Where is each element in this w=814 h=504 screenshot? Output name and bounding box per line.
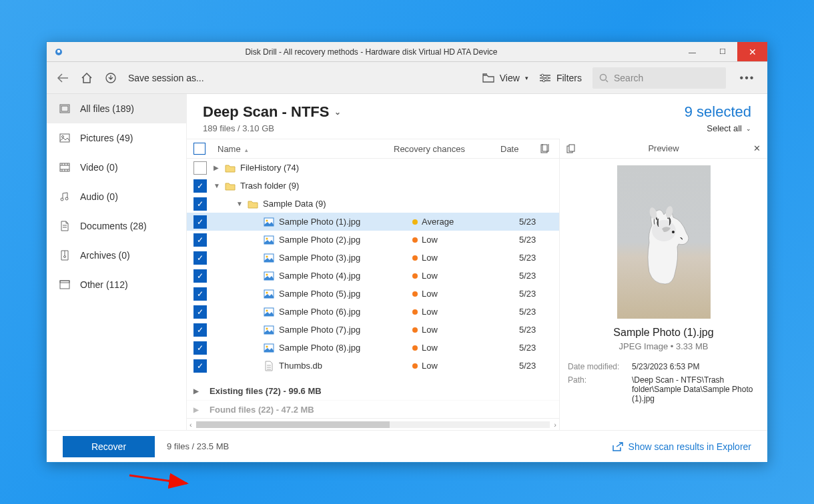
save-icon[interactable] [104,71,117,85]
expand-arrow-icon[interactable]: ▶ [193,406,204,413]
row-name: Trash folder (9) [240,181,412,191]
row-checkbox[interactable]: ✓ [193,233,207,247]
row-checkbox[interactable]: ✓ [193,179,207,193]
select-all-checkbox[interactable] [193,143,206,155]
recovery-chance: Low [412,361,519,371]
column-date[interactable]: Date [500,144,540,154]
folder-icon [224,163,236,173]
expand-arrow-icon[interactable]: ▶ [193,387,204,395]
preview-image [617,165,711,319]
select-all-button[interactable]: Select all ⌄ [685,123,751,133]
video-icon [59,161,71,173]
group-existing-files[interactable]: ▶ Existing files (72) - 99.6 MB [187,382,559,400]
sidebar-item-label: Audio (0) [80,191,118,202]
home-icon[interactable] [80,71,93,85]
svg-point-13 [65,197,68,200]
row-date: 5/23 [519,271,559,281]
sidebar: All files (189) Pictures (49) Video (0) … [47,94,187,430]
row-checkbox[interactable]: ✓ [193,341,207,355]
row-checkbox[interactable] [193,161,207,175]
svg-point-38 [672,231,675,233]
row-checkbox[interactable]: ✓ [193,251,207,265]
image-file-icon [263,289,275,299]
sidebar-item-archives[interactable]: Archives (0) [47,241,186,270]
svg-point-14 [64,256,66,258]
row-checkbox[interactable]: ✓ [193,269,207,283]
scan-title-dropdown[interactable]: Deep Scan - NTFS ⌄ [203,103,341,121]
image-file-icon [263,325,275,335]
column-name[interactable]: Name▴ [215,144,394,154]
image-file-icon [263,217,275,227]
close-button[interactable]: ✕ [737,42,767,61]
svg-point-10 [62,136,64,138]
row-checkbox[interactable]: ✓ [193,287,207,301]
view-dropdown[interactable]: View ▾ [482,73,528,83]
chevron-down-icon: ⌄ [746,125,751,132]
preview-filetype: JPEG Image • 3.33 MB [568,341,759,351]
file-row[interactable]: ✓Thumbs.dbLow5/23 [187,357,559,375]
file-row[interactable]: ✓Sample Photo (2).jpgLow5/23 [187,231,559,249]
file-row[interactable]: ✓Sample Photo (1).jpgAverage5/23 [187,213,559,231]
svg-rect-15 [60,281,69,289]
sidebar-item-video[interactable]: Video (0) [47,153,186,182]
svg-point-32 [266,327,268,329]
filters-button[interactable]: Filters [539,73,582,83]
sidebar-item-audio[interactable]: Audio (0) [47,182,186,211]
row-name: Sample Photo (4).jpg [279,271,412,281]
external-link-icon [613,442,623,451]
save-session-button[interactable]: Save session as... [128,73,204,83]
svg-point-28 [266,291,268,293]
svg-point-12 [61,198,63,201]
row-checkbox[interactable]: ✓ [193,359,207,373]
horizontal-scrollbar[interactable]: ‹› [187,418,559,430]
file-row[interactable]: ✓Sample Photo (8).jpgLow5/23 [187,339,559,357]
expand-arrow-icon[interactable]: ▼ [236,200,247,207]
row-name: Sample Photo (3).jpg [279,253,412,263]
row-date: 5/23 [519,343,559,353]
file-row[interactable]: ✓Sample Photo (5).jpgLow5/23 [187,285,559,303]
column-recovery[interactable]: Recovery chances [394,144,500,154]
folder-row[interactable]: ✓▼Trash folder (9) [187,177,559,195]
recover-button[interactable]: Recover [63,436,155,457]
group-found-files[interactable]: ▶ Found files (22) - 47.2 MB [187,400,559,418]
row-checkbox[interactable]: ✓ [193,305,207,319]
sidebar-item-all-files[interactable]: All files (189) [47,94,186,123]
minimize-button[interactable]: — [677,42,707,61]
folder-row[interactable]: ✓▼Sample Data (9) [187,195,559,213]
row-checkbox[interactable]: ✓ [193,197,207,211]
expand-arrow-icon[interactable]: ▼ [214,182,224,189]
sidebar-item-pictures[interactable]: Pictures (49) [47,123,186,153]
more-button[interactable]: ••• [737,72,758,84]
recovery-chance: Low [412,289,519,299]
scan-subtitle: 189 files / 3.10 GB [203,123,341,133]
search-input[interactable]: Search [592,67,726,89]
row-checkbox[interactable]: ✓ [193,215,207,229]
image-file-icon [263,271,275,281]
archive-icon [59,249,71,261]
folder-row[interactable]: ▶FileHistory (74) [187,159,559,177]
app-window: Disk Drill - All recovery methods - Hard… [46,41,768,463]
file-row[interactable]: ✓Sample Photo (3).jpgLow5/23 [187,249,559,267]
svg-point-3 [541,74,544,77]
explorer-link-label: Show scan results in Explorer [629,441,751,452]
recovery-chance: Low [412,325,519,335]
file-row[interactable]: ✓Sample Photo (4).jpgLow5/23 [187,267,559,285]
copy-icon[interactable] [566,144,580,153]
meta-path-label: Path: [568,375,625,403]
file-row[interactable]: ✓Sample Photo (6).jpgLow5/23 [187,303,559,321]
preview-toggle-icon[interactable] [540,144,559,153]
close-preview-icon[interactable]: ✕ [747,143,761,153]
maximize-button[interactable]: ☐ [707,42,737,61]
row-name: Thumbs.db [279,361,412,371]
back-icon[interactable] [56,71,69,85]
row-date: 5/23 [519,253,559,263]
row-checkbox[interactable]: ✓ [193,323,207,337]
expand-arrow-icon[interactable]: ▶ [214,164,224,171]
file-row[interactable]: ✓Sample Photo (7).jpgLow5/23 [187,321,559,339]
sidebar-item-other[interactable]: Other (112) [47,270,186,299]
row-name: Sample Photo (6).jpg [279,307,412,317]
window-title: Disk Drill - All recovery methods - Hard… [65,47,677,57]
image-file-icon [263,235,275,245]
sidebar-item-documents[interactable]: Documents (28) [47,211,186,241]
show-in-explorer-link[interactable]: Show scan results in Explorer [613,441,751,452]
